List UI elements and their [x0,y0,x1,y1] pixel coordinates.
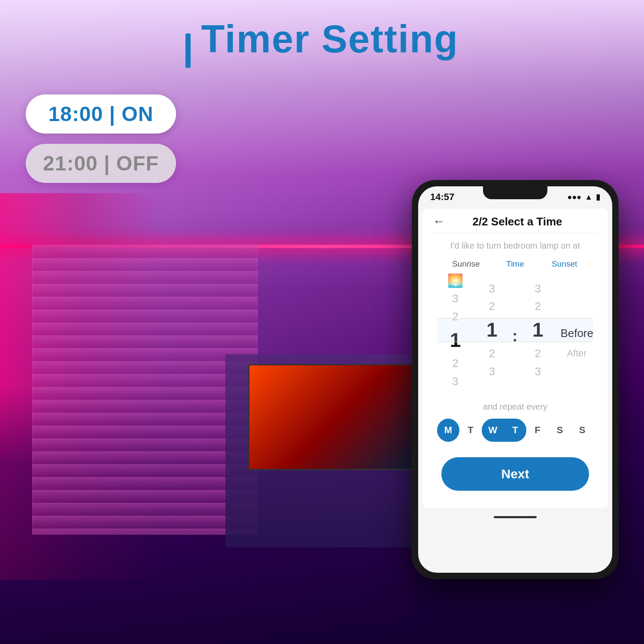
time-separator: : [512,327,517,345]
label-time: Time [491,259,540,269]
day-btn-s2[interactable]: S [571,419,593,442]
sunrise-num-2b: 2 [447,356,464,371]
repeat-section: and repeat every M T W T F S [433,393,598,449]
day-btn-s1[interactable]: S [549,419,571,442]
subtitle: I'd like to turn bedroom lamp on at [433,233,598,255]
next-btn-container: Next [433,449,598,495]
min-1: 1 [529,317,547,343]
screen-title-text: Select a Time [491,215,562,228]
min-2b: 2 [529,346,547,361]
time-section: Sunrise Time Sunset 🌅 3 2 1 2 [433,259,598,389]
app-content: ← 2/2 Select a Time I'd like to turn bed… [422,209,608,508]
step-indicator: 2/2 [472,215,488,228]
sunrise-num-2a: 2 [447,310,464,324]
day-btn-t2[interactable]: T [504,419,526,442]
sunrise-num-1: 1 [447,328,464,353]
battery-icon: ▮ [596,192,600,202]
day-buttons: M T W T F S S [437,419,593,442]
phone-mockup: 14:57 ●●● ▲ ▮ ← 2/2 Select a Time [412,180,618,579]
label-sunset: Sunset [540,259,589,269]
phone-screen: 14:57 ●●● ▲ ▮ ← 2/2 Select a Time [418,186,612,573]
before-after-col[interactable]: Before After [556,300,593,361]
signal-icon: ●●● [568,193,582,202]
timer-on-text: 18:00 | ON [48,103,153,125]
timer-off-text: 21:00 | OFF [43,152,159,175]
phone-notch [483,186,547,199]
window-area [32,245,258,535]
hour-2a: 2 [483,299,501,314]
timer-badges: 18:00 | ON 21:00 | OFF [26,94,176,183]
blind-panel [32,245,258,535]
phone-outer: 14:57 ●●● ▲ ▮ ← 2/2 Select a Time [412,180,618,579]
hour-col[interactable]: 3 2 1 2 3 [474,282,510,379]
hour-1: 1 [483,317,501,343]
wifi-icon: ▲ [585,193,592,202]
min-3a: 3 [529,282,547,296]
label-sunrise: Sunrise [441,259,491,269]
before-label: Before [560,325,593,343]
home-indicator [494,516,537,518]
title-accent-bar [185,33,191,68]
day-btn-f[interactable]: F [526,419,549,442]
phone-bottom-bar [418,512,612,522]
status-icons: ●●● ▲ ▮ [568,192,600,202]
timer-badge-off: 21:00 | OFF [26,144,176,183]
sunrise-icon: 🌅 [447,273,463,288]
min-3b: 3 [529,365,547,379]
sunrise-num-3b: 3 [447,374,464,389]
page-title: Timer Setting [201,18,459,61]
time-columns: 🌅 3 2 1 2 3 3 2 1 2 [433,271,598,389]
minute-col[interactable]: 3 2 1 2 3 [519,282,556,379]
page-title-area: Timer Setting [0,17,644,68]
app-header: ← 2/2 Select a Time [433,209,598,233]
sunrise-col[interactable]: 🌅 3 2 1 2 3 [437,271,474,389]
day-btn-w[interactable]: W [482,419,504,442]
sunrise-num-3a: 3 [447,292,464,306]
tv-screen [248,364,428,471]
after-label: After [567,346,586,361]
hour-3a: 3 [483,282,501,296]
hour-2b: 2 [483,346,501,361]
day-btn-t1[interactable]: T [459,419,482,442]
back-button[interactable]: ← [433,215,445,228]
timer-badge-on: 18:00 | ON [26,94,176,134]
hour-3b: 3 [483,365,501,379]
next-button[interactable]: Next [441,457,589,491]
time-labels-row: Sunrise Time Sunset [433,259,598,269]
screen-title: 2/2 Select a Time [450,215,585,228]
status-time: 14:57 [430,191,454,203]
min-2a: 2 [529,299,547,314]
day-btn-m[interactable]: M [437,419,459,442]
repeat-label: and repeat every [437,402,593,412]
